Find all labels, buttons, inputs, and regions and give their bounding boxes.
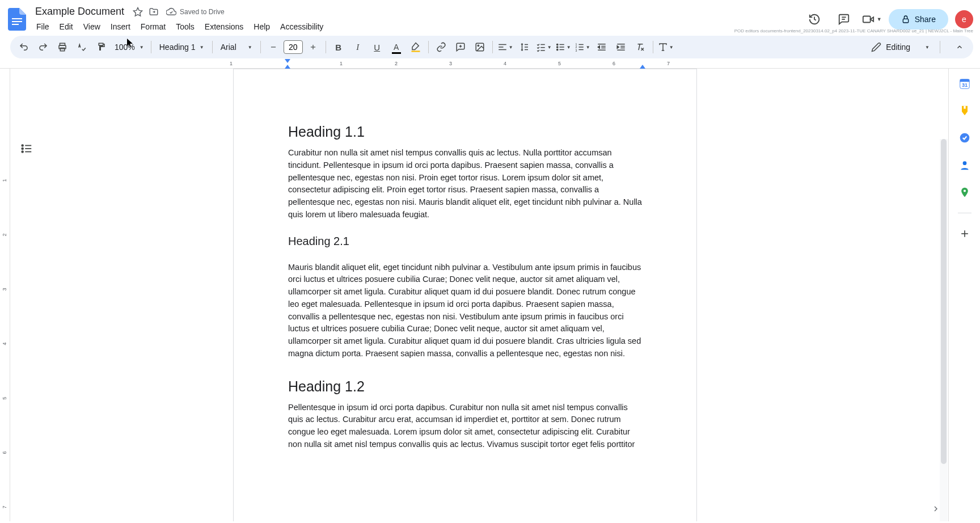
font-size-input[interactable]: 20 — [284, 40, 303, 54]
move-folder-icon[interactable] — [148, 6, 159, 18]
scrollbar-thumb[interactable] — [941, 139, 947, 464]
checklist-button[interactable]: ▼ — [535, 38, 553, 56]
menu-tools[interactable]: Tools — [171, 20, 199, 33]
vertical-ruler[interactable]: 1 2 3 4 5 6 7 — [0, 69, 10, 521]
highlight-button[interactable] — [407, 38, 425, 56]
ruler-h-tick: 7 — [667, 61, 670, 66]
indent-increase-button[interactable] — [612, 38, 630, 56]
menu-file[interactable]: File — [32, 20, 54, 33]
share-button[interactable]: Share — [889, 9, 948, 29]
ruler-v-tick: 7 — [2, 505, 7, 508]
print-button[interactable] — [53, 38, 71, 56]
paragraph-style-select[interactable]: Heading 1▼ — [155, 40, 209, 54]
heading-1[interactable]: Heading 1.1 — [288, 124, 642, 140]
redo-button[interactable] — [34, 38, 52, 56]
numbered-list-button[interactable]: 123▼ — [573, 38, 592, 56]
insert-comment-button[interactable] — [451, 38, 470, 56]
font-select[interactable]: Arial▼ — [216, 40, 257, 54]
svg-point-58 — [963, 189, 965, 192]
document-title[interactable]: Example Document — [32, 5, 128, 19]
body-paragraph[interactable]: Mauris blandit aliquet elit, eget tincid… — [288, 262, 642, 360]
ruler-v-tick: 3 — [2, 288, 7, 290]
font-size-increase[interactable] — [304, 38, 322, 56]
menu-insert[interactable]: Insert — [106, 20, 135, 33]
line-spacing-button[interactable] — [516, 38, 534, 56]
svg-rect-0 — [12, 18, 22, 19]
separator — [940, 41, 940, 53]
avatar[interactable]: e — [955, 10, 973, 28]
bulleted-list-button[interactable]: ▼ — [554, 38, 572, 56]
saved-status-text: Saved to Drive — [180, 8, 225, 16]
insert-image-button[interactable] — [471, 38, 489, 56]
menu-view[interactable]: View — [79, 20, 105, 33]
ruler-h-tick: 2 — [395, 61, 398, 66]
editing-mode-button[interactable]: Editing ▼ — [864, 39, 936, 56]
document-canvas[interactable]: Heading 1.1 Curabitur non nulla sit amet… — [10, 69, 948, 521]
comments-icon[interactable] — [833, 8, 855, 31]
body-paragraph[interactable]: Pellentesque in ipsum id orci porta dapi… — [288, 402, 642, 451]
history-icon[interactable] — [803, 8, 826, 31]
ruler-v-tick: 4 — [2, 342, 7, 345]
bold-button[interactable]: B — [330, 38, 348, 56]
body-paragraph[interactable]: Curabitur non nulla sit amet nisl tempus… — [288, 147, 642, 221]
side-panel-collapse-icon[interactable] — [928, 501, 944, 517]
ruler-h-tick: 4 — [504, 61, 506, 66]
svg-text:31: 31 — [961, 82, 967, 88]
separator — [958, 213, 971, 213]
indent-decrease-button[interactable] — [593, 38, 611, 56]
clear-formatting-button[interactable] — [631, 38, 649, 56]
menu-accessibility[interactable]: Accessibility — [276, 20, 328, 33]
underline-button[interactable]: U — [368, 38, 386, 56]
tasks-icon[interactable] — [958, 131, 971, 145]
align-button[interactable]: ▼ — [496, 38, 514, 56]
docs-logo-icon[interactable] — [7, 6, 27, 33]
font-size-decrease[interactable] — [264, 38, 282, 56]
maps-icon[interactable] — [958, 185, 971, 199]
undo-button[interactable] — [15, 38, 33, 56]
share-label: Share — [915, 15, 936, 24]
page[interactable]: Heading 1.1 Curabitur non nulla sit amet… — [233, 69, 697, 521]
menu-edit[interactable]: Edit — [55, 20, 78, 33]
menu-format[interactable]: Format — [136, 20, 170, 33]
ruler-v-tick: 6 — [2, 451, 7, 454]
separator — [653, 41, 653, 53]
contacts-icon[interactable] — [958, 158, 971, 172]
calendar-icon[interactable]: 31 — [958, 77, 971, 90]
spellcheck-button[interactable] — [73, 38, 91, 56]
separator — [212, 41, 213, 53]
zoom-select[interactable]: 100%▼ — [111, 40, 147, 54]
menu-extensions[interactable]: Extensions — [200, 20, 248, 33]
menu-help[interactable]: Help — [249, 20, 274, 33]
horizontal-ruler[interactable]: 1 1 2 3 4 5 6 7 — [0, 60, 980, 69]
side-panel: 31 — [948, 69, 980, 521]
italic-button[interactable]: I — [349, 38, 367, 56]
svg-point-28 — [556, 49, 557, 50]
svg-rect-53 — [960, 79, 969, 82]
add-icon[interactable] — [958, 227, 971, 241]
text-color-button[interactable]: A — [387, 38, 405, 56]
separator — [428, 41, 429, 53]
separator — [492, 41, 493, 53]
keep-icon[interactable] — [958, 104, 971, 117]
scrollbar-vertical[interactable] — [940, 139, 948, 521]
collapse-toolbar-button[interactable] — [951, 38, 969, 56]
insert-link-button[interactable] — [432, 38, 450, 56]
heading-2[interactable]: Heading 2.1 — [288, 235, 642, 248]
ruler-v-tick: 1 — [2, 179, 7, 182]
heading-1[interactable]: Heading 1.2 — [288, 378, 642, 395]
paint-format-button[interactable] — [92, 38, 110, 56]
input-tools-button[interactable]: ▼ — [657, 38, 675, 56]
saved-status[interactable]: Saved to Drive — [166, 7, 225, 17]
star-icon[interactable] — [132, 6, 143, 18]
version-string: POD editors documents-frontend_20230314.… — [734, 28, 973, 33]
ruler-h-tick: 6 — [612, 61, 615, 66]
meet-button[interactable]: ▼ — [862, 13, 882, 26]
svg-rect-5 — [863, 16, 871, 22]
separator — [151, 41, 151, 53]
svg-rect-2 — [12, 24, 19, 25]
indent-marker-left[interactable] — [285, 59, 290, 64]
outline-toggle-button[interactable] — [20, 142, 36, 158]
separator — [260, 41, 261, 53]
toolbar: 100%▼ Heading 1▼ Arial▼ 20 B I U A ▼ ▼ ▼… — [10, 36, 973, 58]
ruler-h-tick: 3 — [449, 61, 452, 66]
